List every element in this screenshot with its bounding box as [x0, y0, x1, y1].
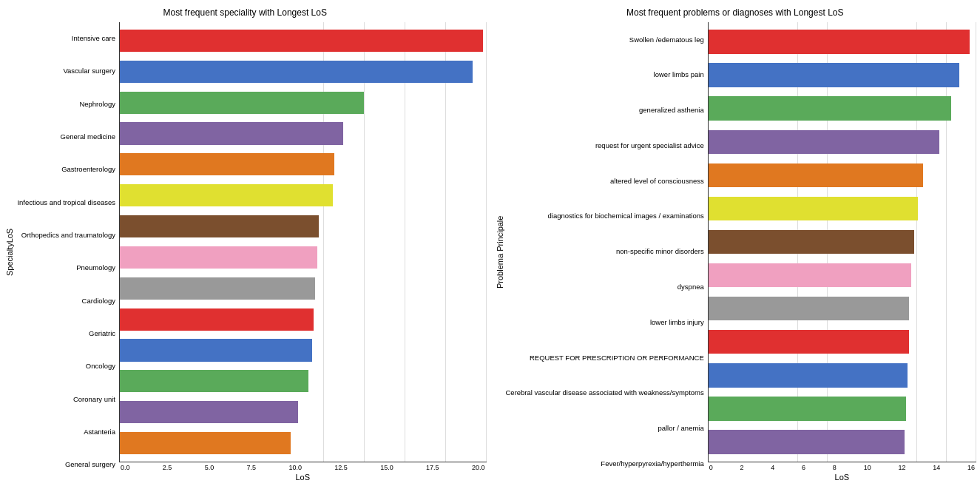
x-tick: 14: [933, 464, 940, 471]
bar-row: [120, 211, 487, 242]
right-chart-title: Most frequent problems or diagnoses with…: [626, 7, 844, 18]
bar-row: [120, 56, 487, 87]
bar: [709, 263, 911, 287]
bar: [709, 30, 970, 53]
y-label: altered level of consciousness: [506, 178, 704, 185]
y-label: Fever/hyperpyrexia/hyperthermia: [506, 460, 704, 468]
bar: [120, 246, 317, 269]
y-label: Cerebral vascular disease associated wit…: [506, 389, 704, 397]
right-x-axis-label: LoS: [708, 473, 976, 482]
bar: [120, 432, 291, 454]
right-bars-area: [708, 22, 976, 462]
x-tick: 8: [833, 464, 837, 471]
y-label: dyspnea: [506, 283, 704, 291]
bar-row: [709, 25, 976, 58]
left-bars-section: Intensive careVascular surgeryNephrology…: [16, 22, 487, 482]
bar-row: [709, 125, 976, 158]
left-y-axis-label: SpecialtyLoS: [4, 22, 16, 482]
y-label: Oncology: [16, 362, 115, 370]
bar: [120, 215, 319, 237]
y-label: Geriatric: [16, 330, 115, 337]
bar-row: [709, 259, 976, 292]
left-bars-area: [119, 22, 487, 462]
right-chart: Most frequent problems or diagnoses with…: [494, 7, 977, 482]
y-label: lower limbs injury: [506, 319, 704, 326]
y-label: pallor / anemia: [506, 425, 704, 432]
bar-row: [709, 225, 976, 258]
x-tick: 5.0: [205, 464, 214, 471]
bar-row: [709, 158, 976, 192]
right-y-axis-label: Problema Principale: [494, 22, 506, 482]
y-label: Infectious and tropical diseases: [16, 199, 115, 206]
x-tick: 20.0: [472, 464, 485, 471]
y-label: Swollen /edematous leg: [506, 36, 704, 44]
bar: [709, 163, 923, 187]
bar: [709, 230, 915, 254]
bar: [709, 197, 918, 220]
bar: [120, 184, 333, 206]
left-chart: Most frequent speciality with Longest Lo…: [4, 7, 487, 482]
bar: [120, 277, 315, 300]
x-tick: 10.0: [288, 464, 302, 471]
x-tick: 17.5: [426, 464, 439, 471]
y-label: Cardiology: [16, 297, 115, 305]
bar-row: [120, 180, 487, 211]
bar: [120, 122, 343, 144]
bar: [120, 30, 483, 52]
bar-row: [709, 392, 976, 425]
bar: [709, 297, 910, 320]
bar-row: [120, 397, 487, 428]
bar-row: [120, 273, 487, 304]
bar: [709, 130, 939, 154]
bar-row: [120, 428, 487, 459]
left-chart-body: Intensive careVascular surgeryNephrology…: [16, 22, 487, 482]
y-label: lower limbs pain: [506, 71, 704, 78]
left-chart-title: Most frequent speciality with Longest Lo…: [163, 7, 327, 18]
x-tick: 15.0: [380, 464, 393, 471]
bar: [709, 363, 908, 387]
y-label: diagnostics for biochemical images / exa…: [506, 212, 704, 220]
bar-row: [709, 58, 976, 92]
bar-row: [709, 192, 976, 225]
bar: [709, 397, 906, 420]
bar-row: [120, 335, 487, 366]
y-label: Gastroenterology: [16, 166, 115, 173]
bar: [709, 330, 910, 354]
bar-row: [709, 359, 976, 392]
bar: [120, 339, 312, 361]
right-chart-body: Swollen /edematous leglower limbs painge…: [506, 22, 977, 482]
y-label: General medicine: [16, 133, 115, 141]
bar: [709, 96, 951, 120]
y-label: generalized asthenia: [506, 107, 704, 114]
y-label: REQUEST FOR PRESCRIPTION OR PERFORMANCE: [506, 354, 704, 362]
y-label: Astanteria: [16, 428, 115, 436]
left-x-axis-label: LoS: [119, 473, 487, 482]
y-label: request for urgent specialist advice: [506, 142, 704, 149]
x-tick: 2: [740, 464, 744, 471]
x-tick: 12.5: [334, 464, 348, 471]
bar: [120, 370, 308, 392]
bar: [120, 153, 334, 175]
right-bars-section: Swollen /edematous leglower limbs painge…: [506, 22, 977, 482]
bar-row: [120, 242, 487, 273]
right-chart-area: Problema Principale Swollen /edematous l…: [494, 22, 977, 482]
bar-row: [120, 365, 487, 397]
right-y-labels: Swollen /edematous leglower limbs painge…: [506, 22, 708, 482]
y-label: General surgery: [16, 461, 115, 468]
bar: [120, 61, 473, 83]
y-label: Vascular surgery: [16, 67, 115, 75]
x-tick: 12: [898, 464, 905, 471]
bar-row: [120, 304, 487, 335]
x-tick: 7.5: [247, 464, 257, 471]
x-tick: 10: [864, 464, 871, 471]
y-label: Intensive care: [16, 35, 115, 42]
x-tick: 16: [967, 464, 975, 471]
x-tick: 6: [802, 464, 805, 471]
y-label: Nephrology: [16, 101, 115, 108]
x-tick: 0.0: [121, 464, 130, 471]
bar-row: [120, 25, 487, 56]
bar-row: [709, 292, 976, 326]
y-label: Pneumology: [16, 264, 115, 272]
bar-row: [120, 149, 487, 180]
bar-row: [709, 326, 976, 359]
